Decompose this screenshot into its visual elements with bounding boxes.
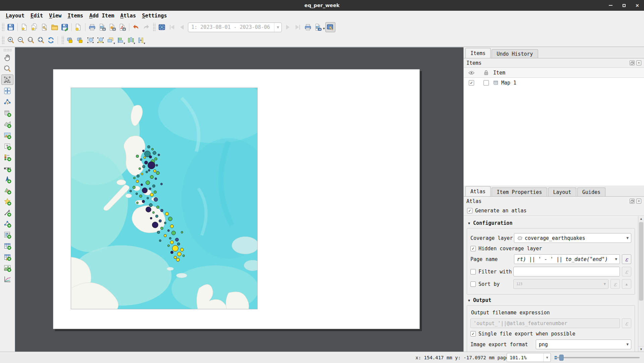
coverage-layer-dropdown[interactable]: ▼ xyxy=(625,236,630,240)
move-item-content-tool[interactable] xyxy=(1,86,13,96)
image-format-dropdown[interactable]: ▼ xyxy=(625,342,630,347)
zoom-slider-handle[interactable] xyxy=(559,355,564,361)
atlas-panel-float-button[interactable] xyxy=(630,199,635,204)
add-node-item-tool[interactable] xyxy=(1,218,13,229)
hidden-coverage-checkbox[interactable] xyxy=(470,246,476,251)
invert-selection-button[interactable] xyxy=(95,35,106,45)
maximize-button[interactable] xyxy=(620,1,628,9)
minimize-button[interactable] xyxy=(606,1,615,9)
add-plot-tool[interactable] xyxy=(1,274,13,284)
zoom-level-combobox[interactable]: 101.1% ▼ xyxy=(507,353,551,362)
scroll-down-button[interactable]: ▼ xyxy=(638,346,644,352)
generate-atlas-checkbox[interactable] xyxy=(467,208,472,213)
zoom-tool[interactable] xyxy=(1,63,13,74)
add-map-tool[interactable] xyxy=(1,108,13,118)
menu-items[interactable]: Items xyxy=(65,12,86,20)
raise-items-button[interactable]: ▼ xyxy=(106,35,116,45)
save-project-button[interactable] xyxy=(6,22,16,32)
refresh-button[interactable] xyxy=(46,35,56,45)
print-layout-button[interactable] xyxy=(87,22,97,32)
menu-atlas[interactable]: Atlas xyxy=(117,12,139,20)
items-tree-row-map1[interactable]: Map 1 xyxy=(464,78,644,88)
add-fixed-table-tool[interactable] xyxy=(1,252,13,262)
atlas-feature-combobox[interactable]: 1: 2023-08-01 - 2023-08-06 ▼ xyxy=(188,22,282,32)
add-shape-tool[interactable] xyxy=(1,185,13,196)
sort-by-combobox[interactable]: 123 ▼ xyxy=(513,279,608,289)
print-atlas-button[interactable] xyxy=(303,22,313,32)
items-panel-close-button[interactable]: × xyxy=(636,60,641,65)
select-all-button[interactable] xyxy=(85,35,95,45)
align-items-dropdown[interactable]: ▼ xyxy=(123,42,126,45)
filter-expression-button[interactable]: ε xyxy=(622,267,631,276)
toolbox-drag-handle[interactable] xyxy=(3,48,12,51)
add-3d-map-tool[interactable] xyxy=(1,119,13,129)
add-north-arrow-tool[interactable] xyxy=(1,174,13,185)
scrollbar-thumb[interactable] xyxy=(639,222,643,301)
load-template-button[interactable] xyxy=(50,22,60,32)
coverage-layer-combobox[interactable]: coverage_earthquakes ▼ xyxy=(514,233,631,243)
duplicate-layout-button[interactable] xyxy=(29,22,40,32)
zoom-level-dropdown[interactable]: ▼ xyxy=(543,353,551,362)
tab-item-properties[interactable]: Item Properties xyxy=(492,188,547,196)
resize-items-button[interactable]: ▼ xyxy=(136,35,146,45)
tab-guides[interactable]: Guides xyxy=(577,188,605,196)
page-name-combobox[interactable]: rt) || ' - ' || to_date("end") ▼ xyxy=(514,254,620,264)
save-as-template-button[interactable] xyxy=(60,22,70,32)
add-html-tool[interactable] xyxy=(1,229,13,240)
layout-page[interactable] xyxy=(53,69,420,329)
image-format-combobox[interactable]: png ▼ xyxy=(536,340,631,349)
map1-visibility-checkbox[interactable] xyxy=(469,80,474,86)
add-arrow-tool[interactable] xyxy=(1,207,13,218)
export-svg-button[interactable] xyxy=(107,22,117,32)
add-legend-tool[interactable] xyxy=(1,152,13,162)
add-pages-button[interactable] xyxy=(73,22,83,32)
zoom-in-button[interactable] xyxy=(6,35,16,45)
atlas-settings-button[interactable] xyxy=(325,22,335,32)
unlock-items-button[interactable] xyxy=(75,35,85,45)
add-elevation-profile-tool[interactable] xyxy=(1,263,13,273)
items-panel-float-button[interactable] xyxy=(630,60,635,65)
configuration-section-header[interactable]: ▼ Configuration xyxy=(468,220,634,226)
distribute-items-button[interactable]: ▼ xyxy=(126,35,136,45)
sort-by-checkbox[interactable] xyxy=(470,281,476,287)
output-section-header[interactable]: ▼ Output xyxy=(468,297,634,303)
menu-add-item[interactable]: Add Item xyxy=(86,12,117,20)
filter-with-input[interactable] xyxy=(513,267,620,276)
previous-feature-button[interactable] xyxy=(177,22,187,32)
scroll-up-button[interactable]: ▲ xyxy=(638,216,644,221)
actions-toolbar-drag-handle[interactable] xyxy=(61,36,64,45)
layout-canvas[interactable] xyxy=(15,47,463,352)
add-marker-tool[interactable] xyxy=(1,196,13,207)
export-atlas-dropdown[interactable]: ▼ xyxy=(323,27,325,30)
pan-tool[interactable] xyxy=(1,52,13,63)
zoom-full-button[interactable] xyxy=(36,35,46,45)
tab-layout[interactable]: Layout xyxy=(548,188,576,196)
distribute-items-dropdown[interactable]: ▼ xyxy=(133,42,136,45)
sort-expression-button[interactable]: ε xyxy=(610,279,620,289)
layout-manager-button[interactable] xyxy=(40,22,50,32)
filter-with-checkbox[interactable] xyxy=(470,269,476,274)
add-attribute-table-tool[interactable] xyxy=(1,241,13,251)
tab-items[interactable]: Items xyxy=(465,48,491,58)
tab-undo-history[interactable]: Undo History xyxy=(492,49,538,58)
single-file-checkbox[interactable] xyxy=(470,331,476,336)
atlas-panel-close-button[interactable]: × xyxy=(636,199,641,204)
menu-edit[interactable]: Edit xyxy=(27,12,46,20)
raise-items-dropdown[interactable]: ▼ xyxy=(113,42,116,45)
menu-settings[interactable]: Settings xyxy=(139,12,170,20)
tab-atlas[interactable]: Atlas xyxy=(465,186,491,196)
zoom-actual-button[interactable]: 1:1 xyxy=(26,35,36,45)
map-1-item[interactable] xyxy=(71,88,257,309)
lock-items-button[interactable] xyxy=(65,35,75,45)
next-feature-button[interactable] xyxy=(283,22,293,32)
map1-lock-checkbox[interactable] xyxy=(484,80,489,86)
add-picture-tool[interactable] xyxy=(1,130,13,140)
toolbar-drag-handle[interactable] xyxy=(1,36,4,45)
resize-items-dropdown[interactable]: ▼ xyxy=(143,42,146,45)
add-label-tool[interactable]: T xyxy=(1,141,13,151)
filename-expression-button[interactable]: ε xyxy=(622,318,631,328)
menu-view[interactable]: View xyxy=(46,12,64,20)
preview-atlas-toggle[interactable] xyxy=(157,22,167,32)
zoom-slider-track[interactable] xyxy=(555,357,640,358)
undo-button[interactable] xyxy=(131,22,141,32)
